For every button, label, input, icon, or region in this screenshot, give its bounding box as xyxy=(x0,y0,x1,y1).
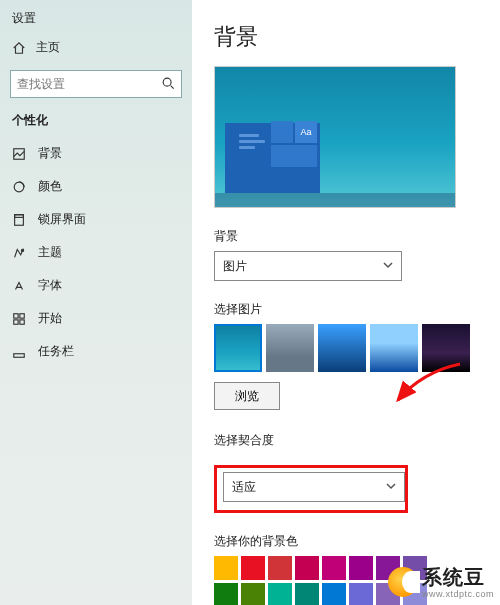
color-swatch[interactable] xyxy=(268,583,292,605)
home-label: 主页 xyxy=(36,39,60,56)
svg-rect-3 xyxy=(15,214,24,225)
nav-item-6[interactable]: 任务栏 xyxy=(0,335,192,368)
color-swatch[interactable] xyxy=(214,583,238,605)
sidebar: 设置 主页 个性化 背景颜色锁屏界面主题字体开始任务栏 xyxy=(0,0,192,605)
svg-rect-9 xyxy=(20,319,24,323)
fit-value: 适应 xyxy=(232,479,256,496)
fit-highlight-box: 适应 xyxy=(214,465,408,513)
color-swatch[interactable] xyxy=(349,583,373,605)
background-type-value: 图片 xyxy=(223,258,247,275)
search-input[interactable] xyxy=(11,71,165,97)
svg-rect-6 xyxy=(14,313,18,317)
search-box[interactable] xyxy=(10,70,182,98)
preview-start-panel: Aa xyxy=(225,123,320,193)
svg-rect-7 xyxy=(20,313,24,317)
picture-thumb[interactable] xyxy=(266,324,314,372)
nav-icon xyxy=(12,246,26,260)
nav-icon xyxy=(12,180,26,194)
svg-rect-1 xyxy=(14,148,25,159)
choose-picture-label: 选择图片 xyxy=(214,301,478,318)
color-swatch[interactable] xyxy=(214,556,238,580)
nav-label: 颜色 xyxy=(38,178,62,195)
picture-thumb[interactable] xyxy=(370,324,418,372)
nav-icon xyxy=(12,312,26,326)
background-preview: Aa xyxy=(214,66,456,208)
preview-aa-tile: Aa xyxy=(295,121,317,143)
watermark-brand: 系统豆 xyxy=(422,566,485,588)
nav-icon xyxy=(12,279,26,293)
color-swatch[interactable] xyxy=(241,556,265,580)
picture-thumb[interactable] xyxy=(318,324,366,372)
picture-thumb[interactable] xyxy=(422,324,470,372)
color-swatch[interactable] xyxy=(268,556,292,580)
watermark-url: www.xtdptc.com xyxy=(422,589,494,599)
svg-rect-4 xyxy=(15,214,24,217)
nav-label: 主题 xyxy=(38,244,62,261)
nav-item-0[interactable]: 背景 xyxy=(0,137,192,170)
watermark-logo-icon xyxy=(388,567,418,597)
nav-item-5[interactable]: 开始 xyxy=(0,302,192,335)
nav-item-1[interactable]: 颜色 xyxy=(0,170,192,203)
nav-icon xyxy=(12,147,26,161)
nav-item-4[interactable]: 字体 xyxy=(0,269,192,302)
nav-item-3[interactable]: 主题 xyxy=(0,236,192,269)
chevron-down-icon xyxy=(386,480,396,494)
nav-label: 任务栏 xyxy=(38,343,74,360)
nav-item-2[interactable]: 锁屏界面 xyxy=(0,203,192,236)
color-swatch[interactable] xyxy=(295,556,319,580)
color-swatch[interactable] xyxy=(322,583,346,605)
search-icon xyxy=(161,76,175,90)
color-swatch[interactable] xyxy=(295,583,319,605)
bg-section-label: 背景 xyxy=(214,228,478,245)
section-label: 个性化 xyxy=(0,108,192,137)
background-type-select[interactable]: 图片 xyxy=(214,251,402,281)
nav-icon xyxy=(12,345,26,359)
nav-icon xyxy=(12,213,26,227)
color-swatch[interactable] xyxy=(349,556,373,580)
home-icon xyxy=(12,41,26,55)
picture-thumbnails xyxy=(214,324,478,372)
main-panel: 背景 Aa 背景 图片 选择图片 浏览 选择契合度 适应 xyxy=(192,0,500,605)
watermark: 系统豆 www.xtdptc.com xyxy=(388,564,494,599)
svg-rect-8 xyxy=(14,319,18,323)
nav-label: 字体 xyxy=(38,277,62,294)
settings-window: 设置 主页 个性化 背景颜色锁屏界面主题字体开始任务栏 背景 Aa xyxy=(0,0,500,605)
color-swatch[interactable] xyxy=(241,583,265,605)
app-title: 设置 xyxy=(0,0,192,33)
nav-label: 背景 xyxy=(38,145,62,162)
browse-button[interactable]: 浏览 xyxy=(214,382,280,410)
nav-label: 锁屏界面 xyxy=(38,211,86,228)
home-link[interactable]: 主页 xyxy=(0,33,192,62)
page-title: 背景 xyxy=(214,22,478,52)
choose-color-label: 选择你的背景色 xyxy=(214,533,478,550)
color-swatch[interactable] xyxy=(322,556,346,580)
picture-thumb[interactable] xyxy=(214,324,262,372)
nav-list: 背景颜色锁屏界面主题字体开始任务栏 xyxy=(0,137,192,368)
chevron-down-icon xyxy=(383,259,393,273)
nav-label: 开始 xyxy=(38,310,62,327)
fit-select[interactable]: 适应 xyxy=(223,472,405,502)
fit-label: 选择契合度 xyxy=(214,432,478,449)
svg-rect-10 xyxy=(14,353,25,357)
svg-point-0 xyxy=(163,78,171,86)
